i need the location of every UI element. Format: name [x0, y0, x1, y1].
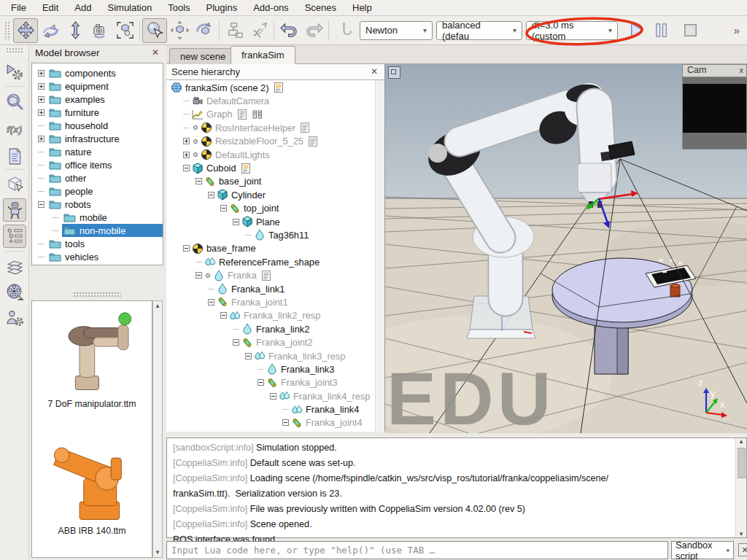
menu-tools[interactable]: Tools — [160, 1, 198, 15]
simulation-speed-dropdown[interactable]: balanced (defau ▾ — [436, 21, 522, 40]
collapse-icon[interactable] — [208, 192, 214, 198]
folder-item[interactable]: office items — [47, 158, 163, 171]
menu-add-ons[interactable]: Add-ons — [245, 1, 296, 15]
model-folder-row[interactable]: household — [32, 119, 163, 132]
collapse-icon[interactable] — [233, 219, 239, 225]
model-thumbnail-abb[interactable] — [41, 425, 143, 524]
model-folder-row[interactable]: tools — [32, 237, 163, 250]
model-folder-row[interactable]: mobile — [32, 211, 163, 224]
hierarchy-row[interactable]: ResizableFloor_5_25 — [166, 135, 375, 148]
folder-item[interactable]: robots — [47, 198, 163, 211]
model-folder-row[interactable]: people — [32, 184, 163, 198]
hierarchy-row[interactable]: Franka — [166, 268, 375, 281]
folder-item[interactable]: tools — [47, 237, 163, 250]
collapse-icon[interactable] — [196, 272, 202, 279]
scroll-down-icon[interactable]: ▼ — [155, 549, 160, 556]
hierarchy-row[interactable]: Franka_link3 — [166, 362, 375, 376]
menu-help[interactable]: Help — [344, 1, 380, 15]
toolbar-dynamic-content-button[interactable] — [331, 18, 356, 43]
sidebar-scripts-button[interactable] — [3, 144, 26, 168]
visibility-dot-icon[interactable] — [192, 151, 199, 158]
hierarchy-row[interactable]: Franka_link1 — [166, 282, 375, 295]
folder-item-selected[interactable]: non-mobile — [62, 224, 163, 237]
hierarchy-row[interactable]: Graph — [166, 108, 375, 121]
collapse-icon[interactable] — [183, 245, 190, 252]
script-target-dropdown[interactable]: Sandbox script ▾ — [671, 541, 734, 559]
model-folder-row[interactable]: examples — [32, 93, 163, 106]
script-gray-icon[interactable] — [299, 122, 311, 133]
hierarchy-row[interactable]: frankaSim (scene 2) — [166, 81, 375, 94]
script-gray-icon[interactable] — [236, 109, 248, 120]
sidebar-scene-hierarchy-button[interactable] — [3, 225, 26, 248]
sidebar-layers-button[interactable] — [3, 255, 26, 279]
databox-icon[interactable] — [252, 109, 263, 120]
collapse-icon[interactable] — [208, 299, 214, 306]
toolbar-camera-angle-button[interactable] — [88, 18, 112, 43]
sidebar-scene-object-properties-button[interactable] — [3, 90, 26, 114]
scroll-up-icon[interactable]: ▲ — [155, 303, 160, 309]
folder-item[interactable]: examples — [47, 93, 163, 106]
cam-float-window[interactable]: Cam x — [682, 64, 747, 149]
model-folder-row[interactable]: other — [32, 171, 163, 184]
toolbar-transfer-dna-button[interactable] — [247, 18, 271, 43]
expand-icon[interactable] — [38, 136, 44, 142]
toolbar-object-select-button[interactable] — [142, 18, 167, 43]
hierarchy-row[interactable]: RosInterfaceHelper — [166, 121, 375, 134]
toolbar-camera-pan-button[interactable] — [13, 18, 38, 43]
hierarchy-row[interactable]: Cylinder — [166, 188, 375, 201]
scroll-up-icon[interactable]: ▲ — [738, 438, 744, 445]
collapse-icon[interactable] — [258, 379, 264, 386]
hierarchy-row[interactable]: DefaultCamera — [166, 94, 375, 107]
page-selector-icon[interactable] — [388, 66, 400, 79]
menu-file[interactable]: File — [3, 1, 34, 15]
close-icon[interactable]: ✕ — [152, 47, 159, 58]
folder-item[interactable]: components — [47, 66, 163, 79]
hierarchy-row[interactable]: DefaultLights — [166, 148, 375, 161]
hierarchy-row[interactable]: Franka_link4 — [166, 402, 375, 416]
toolbar-object-rotate-button[interactable] — [192, 18, 217, 43]
expand-icon[interactable] — [38, 96, 44, 103]
hierarchy-row[interactable]: top_joint — [166, 202, 375, 215]
menu-simulation[interactable]: Simulation — [100, 1, 160, 15]
visibility-dot-icon[interactable] — [192, 138, 199, 145]
folder-item[interactable]: mobile — [62, 211, 163, 224]
tab-frankasim[interactable]: frankaSim — [231, 46, 295, 64]
3d-viewport[interactable]: z y x EDU Cam x — [385, 64, 747, 433]
model-folder-row[interactable]: office items — [32, 158, 163, 171]
script-gray-icon[interactable] — [260, 270, 272, 281]
start-simulation-button[interactable] — [624, 18, 649, 43]
hierarchy-row[interactable]: Franka_link3_resp — [166, 349, 375, 362]
folder-item[interactable]: nature — [47, 145, 163, 158]
sidebar-video-recorder-button[interactable] — [3, 280, 26, 303]
model-folder-row[interactable]: furniture — [32, 106, 163, 119]
visibility-dot-icon[interactable] — [204, 272, 212, 279]
panel-splitter-handle[interactable] — [73, 292, 121, 297]
model-folder-row[interactable]: non-mobile — [32, 224, 163, 237]
model-folder-row[interactable]: components — [32, 66, 163, 79]
collapse-icon[interactable] — [183, 165, 190, 171]
hierarchy-row[interactable]: Franka_link5_resp — [166, 429, 375, 432]
script-color-icon[interactable] — [273, 82, 285, 93]
collapse-icon[interactable] — [220, 205, 227, 211]
visibility-dot-icon[interactable] — [192, 124, 199, 131]
stop-simulation-button[interactable] — [678, 18, 703, 43]
expand-icon[interactable] — [38, 70, 44, 77]
left-toolbar-grip[interactable] — [6, 47, 23, 53]
scroll-down-icon[interactable]: ▼ — [738, 531, 744, 537]
collapse-icon[interactable] — [282, 419, 289, 426]
hierarchy-row[interactable]: base_joint — [166, 175, 375, 188]
toolbar-camera-zoom-button[interactable] — [63, 18, 88, 43]
collapse-icon[interactable] — [38, 201, 44, 208]
model-folder-row[interactable]: infrastructure — [32, 132, 163, 145]
model-folder-row[interactable]: equipment — [32, 79, 163, 93]
toolbar-object-shift-button[interactable] — [167, 18, 192, 43]
pause-simulation-button[interactable] — [649, 18, 673, 43]
sidebar-simulation-settings-button[interactable] — [3, 60, 26, 83]
console-scrollbar[interactable]: ▲ ▼ — [735, 438, 746, 537]
menu-add[interactable]: Add — [66, 1, 99, 15]
time-step-dropdown[interactable]: dt=3.0 ms (custom ▾ — [526, 21, 618, 40]
hierarchy-row[interactable]: Plane — [166, 215, 375, 228]
folder-item[interactable]: infrastructure — [47, 132, 163, 145]
model-folder-row[interactable]: robots — [32, 198, 163, 211]
folder-item[interactable]: other — [47, 171, 163, 184]
